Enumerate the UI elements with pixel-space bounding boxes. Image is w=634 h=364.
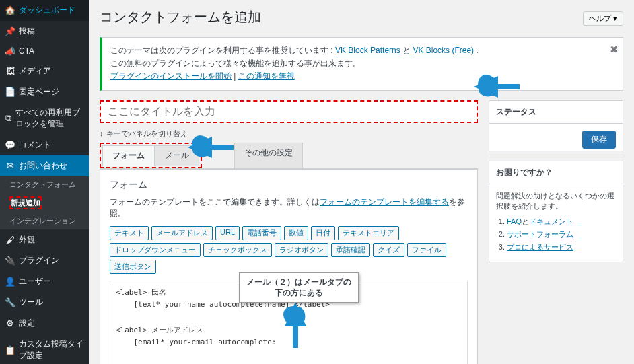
- main-content: コンタクトフォームを追加 ヘルプ ▾ ✖ このテーマは次のプラグインを利用する事…: [89, 0, 634, 364]
- tag-button[interactable]: 数値: [284, 226, 308, 240]
- submenu-item-forms[interactable]: コンタクトフォーム: [0, 176, 89, 193]
- tag-button[interactable]: テキストエリア: [338, 226, 399, 240]
- sidebar-label: ダッシュボード: [19, 5, 75, 16]
- tab-other[interactable]: その他の設定: [234, 143, 303, 169]
- tag-button[interactable]: 日付: [311, 226, 335, 240]
- sidebar-item-plugins[interactable]: 🔌プラグイン: [0, 250, 89, 271]
- sidebar-label: すべての再利用ブロックを管理: [15, 107, 83, 130]
- help-link-3: プロによるサービス: [507, 242, 616, 252]
- faq-link[interactable]: FAQ: [507, 217, 522, 225]
- form-desc: フォームのテンプレートをここで編集できます。詳しくはフォームのテンプレートを編集…: [110, 196, 468, 219]
- help-label: ヘルプ: [589, 14, 611, 22]
- help-button[interactable]: ヘルプ ▾: [583, 11, 623, 26]
- dashboard-icon: 🏠: [5, 6, 15, 15]
- sidebar-label: 新規追加: [9, 196, 42, 209]
- status-box: ステータス 保存: [489, 100, 623, 151]
- sidebar-label: コメント: [19, 139, 51, 151]
- sidebar-label: お問い合わせ: [19, 160, 67, 172]
- notice-text: と: [402, 46, 413, 55]
- sidebar-label: ツール: [19, 297, 43, 308]
- admin-notice: ✖ このテーマは次のプラグインを利用する事を推奨しています : VK Block…: [100, 37, 623, 91]
- pro-link[interactable]: プロによるサービス: [507, 243, 573, 251]
- sidebar-label: コンタクトフォーム: [9, 180, 76, 190]
- notice-text: この無料のプラグインによって様々な機能を追加する事が出来ます。: [110, 57, 614, 70]
- sidebar-item-cta[interactable]: 📣CTA: [0, 42, 89, 61]
- notice-text: .: [476, 46, 478, 55]
- form-title-input[interactable]: [100, 100, 478, 123]
- sidebar-item-blocks[interactable]: ⧉すべての再利用ブロックを管理: [0, 102, 89, 135]
- plugin-icon: 🔌: [5, 256, 15, 266]
- admin-sidebar: 🏠ダッシュボード 📌投稿 📣CTA 🖼メディア 📄固定ページ ⧉すべての再利用ブ…: [0, 0, 89, 364]
- support-link[interactable]: サポートフォーラム: [507, 230, 573, 238]
- tag-button[interactable]: チェックボックス: [203, 243, 272, 257]
- form-desc-link[interactable]: フォームのテンプレートを編集する: [320, 197, 449, 207]
- cpt-icon: 📋: [5, 345, 15, 355]
- sidebar-label: 固定ページ: [19, 86, 59, 98]
- sidebar-item-appearance[interactable]: 🖌外観: [0, 229, 89, 250]
- sidebar-item-cpt[interactable]: 📋カスタム投稿タイプ設定: [0, 334, 89, 364]
- notice-link-vkbp[interactable]: VK Block Patterns: [335, 46, 400, 55]
- help-link-2: サポートフォーラム: [507, 229, 616, 240]
- wrench-icon: 🔧: [5, 298, 15, 307]
- submenu-contact: コンタクトフォーム 新規追加 インテグレーション: [0, 176, 89, 229]
- topbar: コンタクトフォームを追加 ヘルプ ▾: [100, 0, 623, 37]
- brush-icon: 🖌: [5, 235, 15, 245]
- submenu-item-integration[interactable]: インテグレーション: [0, 213, 89, 229]
- sidebar-item-dashboard[interactable]: 🏠ダッシュボード: [0, 0, 89, 21]
- tag-button[interactable]: ドロップダウンメニュー: [110, 243, 201, 257]
- submenu-item-addnew[interactable]: 新規追加: [0, 193, 89, 213]
- sidebar-item-media[interactable]: 🖼メディア: [0, 61, 89, 81]
- sidebar-label: 外観: [19, 234, 35, 246]
- media-icon: 🖼: [5, 67, 15, 76]
- toggle-label: キーでパネルを切り替え: [106, 129, 188, 139]
- sidebar-item-tools[interactable]: 🔧ツール: [0, 292, 89, 313]
- page-title: コンタクトフォームを追加: [100, 4, 261, 33]
- mail-icon: ✉: [5, 161, 15, 171]
- tag-button[interactable]: URL: [215, 226, 240, 240]
- comment-icon: 💬: [5, 141, 15, 150]
- sidebar-label: CTA: [19, 46, 34, 56]
- sidebar-label: カスタム投稿タイプ設定: [19, 338, 83, 361]
- user-icon: 👤: [5, 277, 15, 287]
- tab-mail[interactable]: メール: [155, 145, 199, 166]
- tag-buttons-row: テキストメールアドレスURL電話番号数値日付テキストエリアドロップダウンメニュー…: [110, 226, 468, 274]
- tag-button[interactable]: 電話番号: [242, 226, 281, 240]
- tag-button[interactable]: ラジオボタン: [275, 243, 328, 257]
- tag-button[interactable]: ファイル: [407, 243, 446, 257]
- docs-link[interactable]: ドキュメント: [529, 217, 573, 225]
- text: と: [522, 217, 529, 225]
- save-button[interactable]: 保存: [582, 131, 616, 149]
- sidebar-label: メディア: [19, 65, 51, 77]
- sidebar-item-comments[interactable]: 💬コメント: [0, 135, 89, 155]
- annotation-bubble: メール（２）はメールタブの 下の方にある: [239, 272, 359, 303]
- sidebar-item-settings[interactable]: ⚙設定: [0, 313, 89, 334]
- notice-dismiss-link[interactable]: この通知を無視: [238, 71, 295, 81]
- tab-form[interactable]: フォーム: [102, 145, 155, 166]
- notice-link-vkb[interactable]: VK Blocks (Free): [413, 46, 474, 55]
- blocks-icon: ⧉: [5, 114, 11, 123]
- notice-text: このテーマは次のプラグインを利用する事を推奨しています :: [110, 46, 335, 55]
- notice-dismiss-icon[interactable]: ✖: [610, 42, 619, 58]
- pin-icon: 📌: [5, 27, 15, 36]
- sidebar-label: プラグイン: [19, 255, 59, 266]
- sidebar-item-users[interactable]: 👤ユーザー: [0, 271, 89, 292]
- tag-button[interactable]: 送信ボタン: [110, 260, 156, 274]
- sidebar-item-posts[interactable]: 📌投稿: [0, 21, 89, 42]
- sidebar-item-contact[interactable]: ✉お問い合わせ: [0, 155, 89, 176]
- form-panel: フォーム フォームのテンプレートをここで編集できます。詳しくはフォームのテンプレ…: [100, 169, 478, 364]
- megaphone-icon: 📣: [5, 46, 15, 56]
- status-box-title: ステータス: [489, 101, 623, 124]
- tab-bar: フォーム メール その他の設定: [100, 143, 478, 169]
- form-heading: フォーム: [110, 179, 468, 191]
- tag-button[interactable]: クイズ: [373, 243, 404, 257]
- sidebar-item-pages[interactable]: 📄固定ページ: [0, 81, 89, 102]
- tag-button[interactable]: メールアドレス: [151, 226, 213, 240]
- help-box-title: お困りですか？: [489, 161, 623, 184]
- tag-button[interactable]: 承諾確認: [331, 243, 370, 257]
- notice-install-link[interactable]: プラグインのインストールを開始: [110, 71, 232, 81]
- help-link-1: FAQとドキュメント: [507, 217, 616, 227]
- updown-icon: ↕: [100, 129, 104, 137]
- tag-button[interactable]: テキスト: [110, 226, 149, 240]
- form-desc-text: フォームのテンプレートをここで編集できます。詳しくは: [110, 197, 320, 207]
- page-icon: 📄: [5, 87, 15, 97]
